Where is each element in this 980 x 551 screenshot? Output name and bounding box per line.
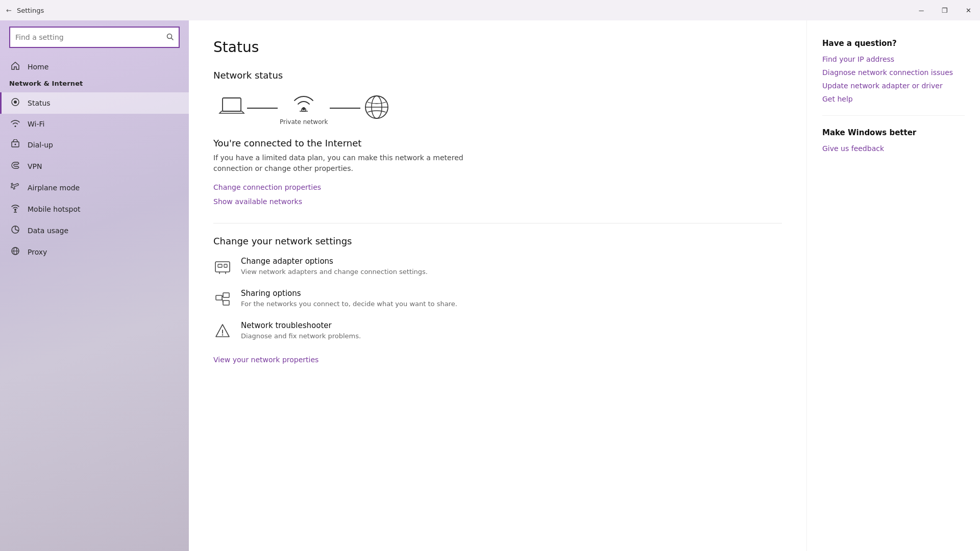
troubleshooter-desc: Diagnose and fix network problems. (241, 332, 361, 341)
sidebar-item-wifi[interactable]: Wi-Fi (0, 114, 189, 134)
sidebar-item-dialup-label: Dial-up (28, 141, 53, 149)
wifi-router-wrap: Private network (280, 91, 328, 126)
troubleshooter-icon (213, 322, 232, 340)
connected-title: You're connected to the Internet (213, 138, 782, 148)
svg-point-30 (222, 335, 223, 336)
search-input[interactable] (15, 33, 162, 41)
troubleshooter-title: Network troubleshooter (241, 321, 361, 330)
search-wrap (0, 20, 189, 56)
sharing-desc: For the networks you connect to, decide … (241, 299, 457, 309)
wifi-icon (10, 119, 20, 129)
close-button[interactable]: ✕ (957, 0, 980, 20)
vpn-icon (10, 161, 20, 172)
search-icon (166, 33, 174, 42)
home-icon (10, 61, 20, 72)
sidebar-item-airplane-label: Airplane mode (28, 184, 80, 192)
dialup-icon (10, 139, 20, 151)
sidebar-item-datausage-label: Data usage (28, 227, 68, 235)
status-icon (10, 97, 20, 109)
right-divider (822, 115, 965, 116)
sidebar-item-datausage[interactable]: Data usage (0, 220, 189, 241)
sidebar-item-status-label: Status (28, 99, 51, 107)
sidebar-item-proxy[interactable]: Proxy (0, 241, 189, 263)
diagnose-link[interactable]: Diagnose network connection issues (822, 68, 965, 77)
sidebar-section-title: Network & Internet (0, 78, 189, 92)
network-line-1 (247, 108, 278, 109)
svg-point-3 (14, 101, 17, 104)
window-controls: ─ ❐ ✕ (910, 0, 980, 20)
sidebar-item-home-label: Home (28, 63, 48, 71)
change-settings-title: Change your network settings (213, 236, 782, 246)
sharing-title: Sharing options (241, 289, 457, 298)
troubleshooter-text: Network troubleshooter Diagnose and fix … (241, 321, 361, 341)
sidebar: Home Network & Internet Status Wi-Fi (0, 20, 189, 551)
adapter-icon (213, 258, 232, 276)
sidebar-item-airplane[interactable]: Airplane mode (0, 177, 189, 198)
page-title: Status (213, 39, 782, 56)
hotspot-icon (10, 204, 20, 215)
minimize-button[interactable]: ─ (910, 0, 933, 20)
sidebar-item-status[interactable]: Status (0, 92, 189, 114)
view-network-link[interactable]: View your network properties (213, 356, 318, 364)
datausage-icon (10, 225, 20, 236)
divider-1 (213, 223, 782, 223)
wifi-router-icon (290, 91, 317, 115)
sidebar-item-hotspot-label: Mobile hotspot (28, 205, 81, 213)
network-status-title: Network status (213, 70, 782, 81)
network-line-2 (330, 108, 360, 109)
svg-rect-25 (223, 293, 229, 297)
app-title: Settings (17, 7, 44, 14)
question-title: Have a question? (822, 39, 965, 48)
airplane-icon (10, 182, 20, 193)
connected-desc: If you have a limited data plan, you can… (213, 153, 479, 174)
sidebar-item-vpn[interactable]: VPN (0, 156, 189, 177)
app-body: Home Network & Internet Status Wi-Fi (0, 20, 980, 551)
svg-rect-24 (216, 295, 222, 300)
sidebar-item-proxy-label: Proxy (28, 248, 47, 256)
main-content: Status Network status (189, 20, 806, 551)
private-network-label: Private network (280, 118, 328, 126)
svg-line-1 (172, 38, 174, 40)
back-button[interactable]: ← (6, 7, 12, 14)
svg-rect-21 (224, 264, 227, 267)
feedback-title: Make Windows better (822, 128, 965, 137)
proxy-icon (10, 246, 20, 258)
svg-rect-20 (218, 264, 222, 267)
get-help-link[interactable]: Get help (822, 95, 965, 103)
svg-rect-13 (223, 98, 241, 111)
svg-point-5 (15, 144, 16, 145)
sidebar-item-home[interactable]: Home (0, 56, 189, 78)
show-networks-link[interactable]: Show available networks (213, 197, 302, 206)
sharing-icon (213, 290, 232, 308)
title-bar-left: ← Settings (6, 7, 44, 14)
troubleshooter-item[interactable]: Network troubleshooter Diagnose and fix … (213, 321, 782, 341)
title-bar: ← Settings ─ ❐ ✕ (0, 0, 980, 20)
adapter-options-item[interactable]: Change adapter options View network adap… (213, 257, 782, 277)
adapter-desc: View network adapters and change connect… (241, 267, 428, 277)
right-panel: Have a question? Find your IP address Di… (806, 20, 980, 551)
svg-rect-19 (215, 262, 230, 272)
svg-point-6 (14, 209, 16, 211)
globe-icon (362, 93, 391, 123)
sidebar-item-hotspot[interactable]: Mobile hotspot (0, 198, 189, 220)
sidebar-item-dialup[interactable]: Dial-up (0, 134, 189, 156)
sidebar-item-vpn-label: VPN (28, 162, 42, 170)
update-adapter-link[interactable]: Update network adapter or driver (822, 82, 965, 90)
laptop-icon (218, 96, 245, 120)
network-diagram: Private network (218, 91, 782, 126)
feedback-link[interactable]: Give us feedback (822, 144, 965, 153)
adapter-title: Change adapter options (241, 257, 428, 266)
find-ip-link[interactable]: Find your IP address (822, 55, 965, 63)
restore-button[interactable]: ❐ (933, 0, 957, 20)
change-connection-link[interactable]: Change connection properties (213, 183, 321, 191)
search-box[interactable] (9, 27, 180, 48)
sidebar-item-wifi-label: Wi-Fi (28, 120, 44, 128)
sharing-options-item[interactable]: Sharing options For the networks you con… (213, 289, 782, 309)
adapter-text: Change adapter options View network adap… (241, 257, 428, 277)
sharing-text: Sharing options For the networks you con… (241, 289, 457, 309)
svg-rect-26 (223, 300, 229, 305)
